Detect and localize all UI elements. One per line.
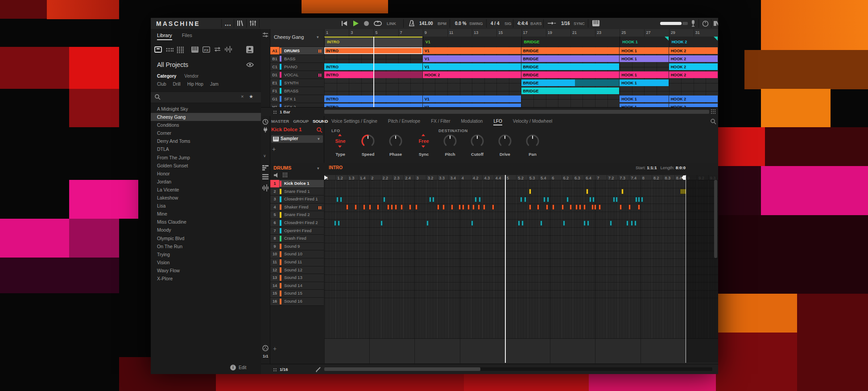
- note[interactable]: [631, 220, 633, 226]
- group-label-cell[interactable]: D1VOCAL: [270, 71, 324, 79]
- note[interactable]: [336, 197, 339, 202]
- stepper-up-icon[interactable]: [422, 134, 425, 136]
- sound-row[interactable]: 9Sound 9: [270, 243, 324, 251]
- knob-drive[interactable]: [497, 133, 513, 149]
- note[interactable]: [540, 220, 542, 226]
- plugin-tab-lfo[interactable]: LFO: [493, 119, 502, 125]
- pattern-cell[interactable]: V1: [423, 96, 521, 102]
- project-list-item[interactable]: X-Plore: [151, 275, 261, 283]
- param-pan[interactable]: Pan: [519, 133, 546, 160]
- pattern-cell[interactable]: HOOK 1: [620, 55, 668, 62]
- pad-mode-icon[interactable]: [262, 345, 269, 351]
- sound-name[interactable]: Kick Dolce 1: [271, 127, 302, 132]
- note[interactable]: [437, 204, 439, 210]
- note[interactable]: [380, 220, 383, 226]
- note[interactable]: [355, 204, 357, 210]
- note[interactable]: [475, 197, 477, 202]
- project-list-item[interactable]: La Vicente: [151, 186, 261, 194]
- sound-row[interactable]: 16Sound 16: [270, 298, 324, 306]
- group-label-cell[interactable]: E1SYNTH: [270, 79, 324, 87]
- play-button[interactable]: [353, 21, 359, 26]
- note[interactable]: [451, 204, 453, 210]
- pattern-cell[interactable]: BRIDGE: [521, 79, 575, 86]
- note[interactable]: [570, 204, 572, 210]
- param-speed[interactable]: Speed: [354, 133, 382, 160]
- project-list-item[interactable]: Jordan: [151, 178, 261, 186]
- note[interactable]: [524, 197, 526, 202]
- note[interactable]: [472, 204, 475, 210]
- note[interactable]: [334, 220, 336, 226]
- chevron-down-icon[interactable]: ▾: [317, 35, 319, 39]
- note[interactable]: [415, 204, 417, 210]
- param-cutoff[interactable]: Cutoff: [463, 133, 491, 160]
- note[interactable]: [599, 204, 601, 210]
- note[interactable]: [363, 204, 365, 210]
- project-list-item[interactable]: Lisa: [151, 202, 261, 210]
- note[interactable]: [462, 204, 464, 210]
- note[interactable]: [483, 204, 485, 210]
- scene-header[interactable]: V1: [423, 37, 521, 47]
- note[interactable]: [529, 204, 531, 210]
- bpm-value[interactable]: 141.00: [419, 21, 433, 26]
- knob-phase[interactable]: [388, 133, 404, 149]
- sound-row[interactable]: 8Crash Fired: [270, 235, 324, 243]
- plugin-tab-fx-filter[interactable]: FX / Filter: [431, 119, 450, 125]
- pattern-cell[interactable]: BRIDGE: [521, 63, 620, 70]
- filter-tab-category[interactable]: Category: [157, 74, 176, 79]
- link-button[interactable]: LINK: [387, 21, 396, 26]
- note[interactable]: [479, 197, 481, 202]
- project-list-item[interactable]: Vision: [151, 258, 261, 266]
- project-list-item[interactable]: Golden Sunset: [151, 162, 261, 170]
- project-list-item[interactable]: Cheesy Gang: [151, 113, 261, 121]
- length-value[interactable]: 8:0:0: [676, 165, 686, 170]
- note[interactable]: [583, 220, 586, 226]
- pattern-cell[interactable]: V1: [423, 63, 521, 70]
- plugin-tab-modulation[interactable]: Modulation: [461, 119, 483, 125]
- instruments-filter-icon[interactable]: [191, 46, 198, 53]
- stepper-down-icon[interactable]: [338, 146, 342, 148]
- sound-row[interactable]: 6ClosedHH Fired 2: [270, 219, 324, 227]
- pads-grid-icon[interactable]: [282, 172, 288, 178]
- channel-tab-group[interactable]: GROUP: [293, 119, 309, 124]
- scene-header[interactable]: HOOK 2: [669, 37, 718, 47]
- master-volume-slider[interactable]: [660, 22, 682, 25]
- note[interactable]: [478, 204, 480, 210]
- loops-filter-icon[interactable]: [214, 46, 221, 52]
- projects-filter-icon[interactable]: [154, 46, 162, 53]
- editor-group-name[interactable]: DRUMS: [273, 165, 291, 171]
- param-pitch[interactable]: Pitch: [436, 133, 464, 160]
- sound-row[interactable]: 5Snare Fired 2: [270, 211, 324, 219]
- step-ratio-icon[interactable]: 1ı1: [263, 354, 269, 358]
- plugin-search-icon[interactable]: [711, 119, 716, 125]
- pattern-cell[interactable]: HOOK 1: [620, 79, 668, 86]
- channel-tab-master[interactable]: MASTER: [271, 119, 289, 124]
- note[interactable]: [537, 204, 539, 210]
- ideas-song-toggle-icon[interactable]: [262, 32, 269, 38]
- restart-button[interactable]: [342, 21, 347, 26]
- note[interactable]: [575, 204, 578, 210]
- note[interactable]: [467, 204, 470, 210]
- record-button[interactable]: [364, 21, 369, 26]
- loop-button[interactable]: [374, 21, 382, 26]
- engine-selector[interactable]: Sampler▾: [271, 135, 323, 143]
- edit-toggle[interactable]: Edit: [239, 365, 246, 370]
- audio-level-icon[interactable]: [690, 20, 696, 27]
- step-grid-value[interactable]: 1/16: [280, 367, 288, 372]
- info-icon[interactable]: i: [230, 365, 236, 370]
- sound-row[interactable]: 14Sound 14: [270, 282, 324, 290]
- swing-value[interactable]: 0.0 %: [455, 21, 467, 26]
- sound-row[interactable]: 13Sound 13: [270, 274, 324, 282]
- note[interactable]: [340, 197, 342, 202]
- pattern-cell[interactable]: BRIDGE: [521, 87, 620, 94]
- pattern-cell[interactable]: HOOK 2: [669, 71, 718, 78]
- group-label-cell[interactable]: H1SFX 2: [270, 103, 324, 107]
- pattern-cell[interactable]: HOOK 2: [669, 55, 718, 62]
- group-label-cell[interactable]: B1BASS: [270, 55, 324, 63]
- tag-club[interactable]: Club: [157, 82, 166, 87]
- project-list-item[interactable]: Trying: [151, 250, 261, 258]
- note[interactable]: [610, 220, 612, 226]
- project-list-item[interactable]: Olympic Blvd: [151, 234, 261, 242]
- note[interactable]: [442, 204, 445, 210]
- automation-clock-icon[interactable]: [262, 119, 269, 125]
- note[interactable]: [616, 197, 618, 202]
